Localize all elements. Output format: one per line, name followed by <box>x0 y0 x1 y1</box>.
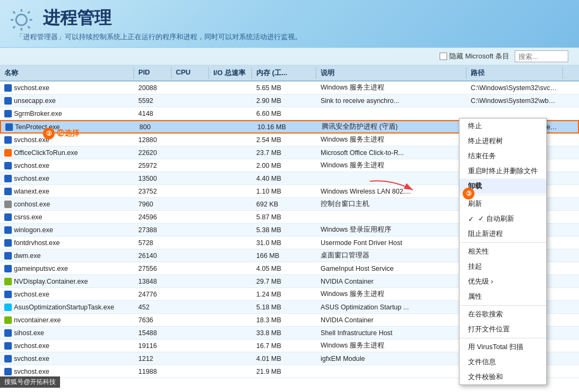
context-menu-item[interactable]: 终止进程树 <box>459 134 546 149</box>
svg-rect-0 <box>4 84 12 92</box>
cell-name: fontdrvhost.exe <box>0 238 134 248</box>
hide-microsoft-label[interactable]: 隐藏 Microsoft 条目 <box>440 51 509 61</box>
process-name: csrss.exe <box>14 213 42 221</box>
context-menu-item[interactable]: 属性 <box>459 289 546 304</box>
cell-desc: Windows 服务主进程 <box>316 340 466 351</box>
cell-desc: 控制台窗口主机 <box>316 198 466 210</box>
context-menu-item[interactable]: 阻止新进程 <box>459 226 546 241</box>
watermark-text: 搜狐号@开拓科技 <box>4 378 56 386</box>
cell-memory: 16.7 MB <box>252 341 316 351</box>
cell-name: svchost.exe <box>0 367 134 376</box>
process-icon <box>4 136 12 144</box>
cell-desc <box>316 371 466 373</box>
process-icon <box>4 278 12 285</box>
svg-rect-4 <box>4 136 12 144</box>
process-name: OfficeClickToRun.exe <box>14 149 78 157</box>
svg-rect-11 <box>4 226 12 234</box>
cell-name: AsusOptimizationStartupTask.exe <box>0 302 134 312</box>
cell-cpu <box>172 306 209 308</box>
cell-pid: 19116 <box>134 341 172 351</box>
process-icon <box>4 213 12 221</box>
cell-desc <box>316 216 466 218</box>
table-row[interactable]: unsecapp.exe 5592 2.90 MB Sink to receiv… <box>0 94 579 107</box>
cell-io <box>209 177 252 180</box>
cell-desc: GameInput Host Service <box>316 264 466 273</box>
cell-pid: 11988 <box>134 367 172 376</box>
svg-rect-9 <box>4 201 12 208</box>
svg-rect-1 <box>4 97 12 105</box>
context-menu-item[interactable]: 相关性 <box>459 244 546 259</box>
col-name[interactable]: 名称 <box>0 67 134 79</box>
cell-desc: Windows 服务主进程 <box>316 82 466 93</box>
cell-io <box>209 268 252 270</box>
cell-name: SgrmBroker.exe <box>0 109 134 119</box>
col-path[interactable]: 路径 <box>466 67 563 79</box>
context-menu-item[interactable]: 优先级 › <box>459 274 546 289</box>
svg-rect-7 <box>4 175 12 182</box>
col-cpu[interactable]: CPU <box>172 67 209 79</box>
process-icon <box>4 84 12 92</box>
process-name: wlanext.exe <box>14 188 49 195</box>
col-desc[interactable]: 说明 <box>316 67 466 79</box>
process-name: svchost.exe <box>14 342 49 350</box>
context-menu-item[interactable]: 在谷歌搜索 <box>459 307 546 322</box>
cell-io <box>209 203 252 205</box>
context-menu-item[interactable]: 打开文件位置 <box>459 322 546 337</box>
cell-desc: Windows 服务主进程 <box>316 134 466 145</box>
table-row[interactable]: svchost.exe 20088 5.65 MB Windows 服务主进程 … <box>0 82 579 94</box>
cell-cpu <box>172 100 209 102</box>
select-label: ②选择 <box>57 129 79 138</box>
cell-memory: 31.0 MB <box>252 238 316 248</box>
context-menu-separator <box>459 338 546 338</box>
cell-cpu <box>172 229 209 231</box>
cell-pid: 7636 <box>134 315 172 325</box>
process-name: svchost.exe <box>14 162 49 169</box>
cell-pid: 7960 <box>134 199 172 209</box>
process-name: svchost.exe <box>14 355 49 363</box>
cell-memory: 23.7 MB <box>252 148 316 158</box>
svg-rect-21 <box>4 355 12 363</box>
process-icon <box>4 226 12 234</box>
process-icon <box>4 252 12 260</box>
process-name: NVDisplay.Container.exe <box>14 278 88 285</box>
col-pid[interactable]: PID <box>134 67 172 79</box>
context-menu-item[interactable]: 文件校验和 <box>459 369 546 384</box>
process-name: AsusOptimizationStartupTask.exe <box>14 304 114 311</box>
cell-name: NVDisplay.Container.exe <box>0 277 134 286</box>
cell-desc: 桌面窗口管理器 <box>316 250 466 261</box>
cell-io <box>209 216 252 218</box>
process-icon <box>4 368 12 375</box>
cell-path <box>466 113 563 115</box>
col-io[interactable]: I/O 总速率 <box>209 67 252 79</box>
col-memory[interactable]: 内存 (工... <box>252 67 316 79</box>
cell-io <box>209 165 252 167</box>
context-menu-item[interactable]: 重启时终止并删除文件 <box>459 164 546 179</box>
search-input[interactable] <box>515 50 568 62</box>
context-menu-item[interactable]: 终止 <box>459 119 546 134</box>
cell-cpu <box>172 345 209 347</box>
cell-cpu <box>172 190 209 193</box>
context-menu-item[interactable]: 挂起 <box>459 259 546 274</box>
svg-rect-2 <box>4 110 12 117</box>
hide-microsoft-checkbox[interactable] <box>440 53 447 60</box>
cell-name: svchost.exe <box>0 290 134 299</box>
cell-memory: 18.3 MB <box>252 315 316 325</box>
unload-number-badge: ③ <box>463 188 474 199</box>
context-menu-separator <box>459 305 546 306</box>
process-icon <box>4 110 12 117</box>
process-icon <box>4 316 12 324</box>
context-menu-item[interactable]: 用 VirusTotal 扫描 <box>459 339 546 354</box>
cell-memory: 166 MB <box>252 251 316 261</box>
cell-memory: 2.54 MB <box>252 135 316 145</box>
hide-microsoft-text: 隐藏 Microsoft 条目 <box>449 51 509 61</box>
context-menu-item[interactable]: 结束任务 <box>459 149 546 164</box>
context-menu-item[interactable]: ✓ 自动刷新 <box>459 211 546 226</box>
svg-rect-6 <box>4 162 12 169</box>
cell-name: csrss.exe <box>0 212 134 222</box>
context-menu-item[interactable]: 文件信息 <box>459 354 546 369</box>
cell-pid: 800 <box>135 122 173 132</box>
cell-name: nvcontainer.exe <box>0 315 134 325</box>
select-annotation: ② ②选择 <box>43 128 79 139</box>
cell-cpu <box>172 152 209 154</box>
svg-rect-16 <box>4 291 12 298</box>
